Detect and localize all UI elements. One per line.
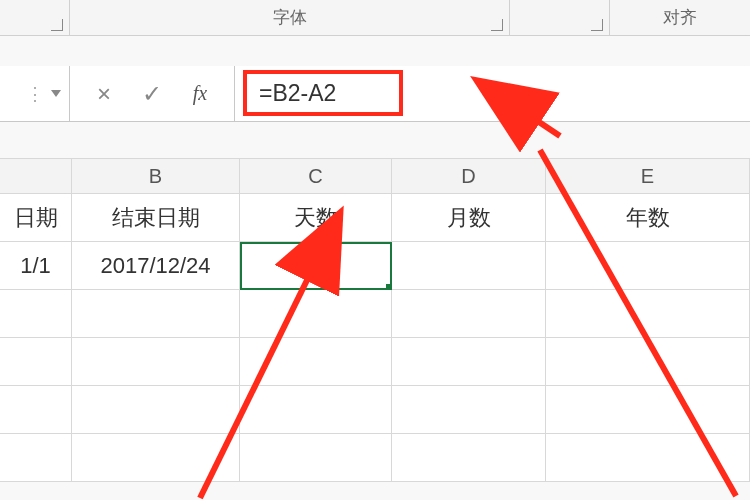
cell[interactable] — [546, 290, 750, 338]
cell[interactable]: 日期 — [0, 194, 72, 242]
cell[interactable] — [546, 338, 750, 386]
cell[interactable] — [240, 290, 392, 338]
cell[interactable] — [392, 242, 546, 290]
ribbon-group-3 — [510, 0, 610, 35]
cell[interactable] — [240, 338, 392, 386]
ribbon-groups: 字体 对齐 — [0, 0, 750, 36]
table-row — [0, 434, 750, 482]
cell[interactable] — [240, 434, 392, 482]
cell[interactable] — [0, 434, 72, 482]
check-icon: ✓ — [142, 80, 162, 108]
chevron-down-icon — [51, 90, 61, 97]
formula-input[interactable]: =B2-A2 — [235, 66, 750, 121]
ribbon-group-label: 对齐 — [663, 6, 697, 29]
dialog-launcher-icon[interactable] — [491, 19, 503, 31]
table-row: 1/1 2017/12/24 357 — [0, 242, 750, 290]
cell[interactable] — [392, 290, 546, 338]
cell[interactable]: 年数 — [546, 194, 750, 242]
cell[interactable] — [392, 386, 546, 434]
dialog-launcher-icon[interactable] — [591, 19, 603, 31]
fx-icon: fx — [193, 82, 207, 105]
column-header[interactable] — [0, 158, 72, 194]
cell[interactable]: 结束日期 — [72, 194, 240, 242]
cell[interactable] — [546, 434, 750, 482]
column-header[interactable]: B — [72, 158, 240, 194]
formula-bar-controls: × ✓ fx — [70, 66, 235, 121]
cell[interactable] — [392, 434, 546, 482]
cell[interactable]: 月数 — [392, 194, 546, 242]
table-row — [0, 386, 750, 434]
cell[interactable] — [72, 290, 240, 338]
insert-function-button[interactable]: fx — [176, 66, 224, 121]
cell[interactable]: 2017/12/24 — [72, 242, 240, 290]
cell[interactable]: 天数 — [240, 194, 392, 242]
cell[interactable] — [546, 242, 750, 290]
cell[interactable] — [0, 338, 72, 386]
cell[interactable] — [72, 386, 240, 434]
dialog-launcher-icon[interactable] — [51, 19, 63, 31]
cell[interactable] — [0, 386, 72, 434]
name-box[interactable]: ⋮ — [0, 66, 70, 121]
cell[interactable]: 1/1 — [0, 242, 72, 290]
cell[interactable] — [72, 338, 240, 386]
ribbon-group-label: 字体 — [273, 6, 307, 29]
ribbon-group-1 — [0, 0, 70, 35]
table-row — [0, 290, 750, 338]
column-headers: B C D E — [0, 158, 750, 194]
cell[interactable] — [240, 386, 392, 434]
column-header[interactable]: D — [392, 158, 546, 194]
column-header[interactable]: C — [240, 158, 392, 194]
ribbon-group-font: 字体 — [70, 0, 510, 35]
formula-text: =B2-A2 — [259, 80, 336, 107]
confirm-button[interactable]: ✓ — [128, 66, 176, 121]
cell[interactable] — [72, 434, 240, 482]
column-header[interactable]: E — [546, 158, 750, 194]
cell[interactable] — [546, 386, 750, 434]
close-icon: × — [97, 80, 111, 108]
formula-bar: ⋮ × ✓ fx =B2-A2 — [0, 66, 750, 122]
grid-rows: 日期 结束日期 天数 月数 年数 1/1 2017/12/24 357 — [0, 194, 750, 482]
selected-cell[interactable]: 357 — [240, 242, 392, 290]
cell[interactable] — [0, 290, 72, 338]
ribbon-group-alignment: 对齐 — [610, 0, 750, 35]
table-row: 日期 结束日期 天数 月数 年数 — [0, 194, 750, 242]
table-row — [0, 338, 750, 386]
cancel-button[interactable]: × — [80, 66, 128, 121]
cell[interactable] — [392, 338, 546, 386]
spreadsheet-grid: B C D E 日期 结束日期 天数 月数 年数 1/1 2017/12/24 … — [0, 158, 750, 482]
